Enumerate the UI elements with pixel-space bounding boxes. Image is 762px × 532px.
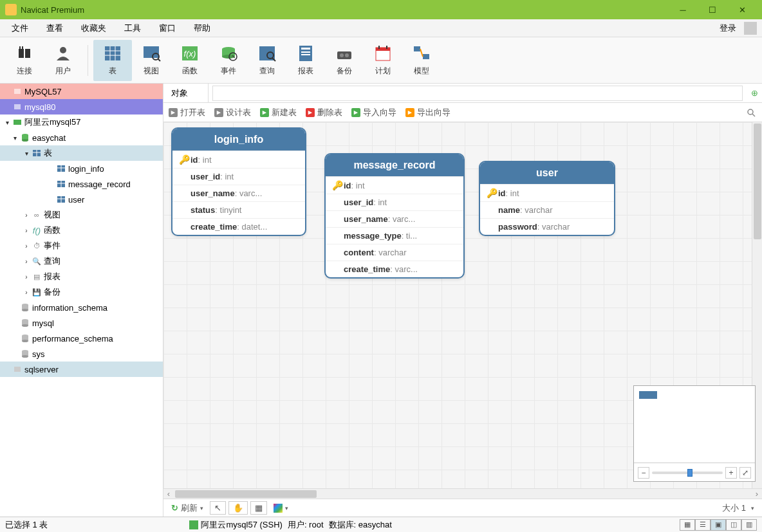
svg-rect-5 bbox=[105, 46, 120, 60]
db-child-事件[interactable]: ›⏱事件 bbox=[0, 238, 163, 253]
maximize-button[interactable]: ☐ bbox=[698, 0, 727, 19]
refresh-button[interactable]: ↻刷新▾ bbox=[167, 501, 207, 515]
cursor-tool-icon[interactable]: ↖ bbox=[210, 501, 226, 515]
svg-point-43 bbox=[22, 139, 28, 142]
view-detail-icon[interactable]: ◫ bbox=[726, 519, 741, 531]
fit-tool-icon[interactable]: ▦ bbox=[250, 501, 267, 515]
table-user[interactable]: user bbox=[0, 192, 163, 207]
menu-文件[interactable]: 文件 bbox=[3, 20, 37, 37]
search-icon[interactable] bbox=[745, 107, 757, 118]
zoom-slider[interactable] bbox=[687, 469, 692, 477]
erd-column: create_time: datet... bbox=[172, 218, 305, 235]
object-tab[interactable]: 对象 bbox=[163, 84, 209, 102]
erd-table-login_info[interactable]: login_info🔑id: intuser_id: intuser_name:… bbox=[171, 127, 306, 236]
svg-rect-40 bbox=[14, 120, 21, 125]
function-icon: f(x) bbox=[180, 44, 200, 63]
toolbar-plug[interactable]: 连接 bbox=[5, 40, 44, 81]
view-erd-icon[interactable]: ▣ bbox=[711, 519, 726, 531]
model-icon bbox=[412, 44, 431, 63]
action-导出向导[interactable]: ▸导出向导 bbox=[405, 107, 451, 118]
action-导入向导[interactable]: ▸导入向导 bbox=[351, 107, 396, 118]
toolbar-model[interactable]: 模型 bbox=[402, 40, 441, 81]
zoom-out-icon[interactable]: − bbox=[638, 467, 649, 479]
action-设计表[interactable]: ▸设计表 bbox=[214, 107, 251, 118]
toolbar-report[interactable]: 报表 bbox=[286, 40, 325, 81]
db-mysql[interactable]: mysql bbox=[0, 315, 163, 331]
action-打开表[interactable]: ▸打开表 bbox=[169, 107, 205, 118]
db-easychat[interactable]: ▾easychat bbox=[0, 130, 163, 145]
db-child-函数[interactable]: ›f()函数 bbox=[0, 223, 163, 238]
erd-column: user_id: int bbox=[326, 194, 463, 210]
table-login_info[interactable]: login_info bbox=[0, 161, 163, 176]
toolbar-function[interactable]: f(x)函数 bbox=[171, 40, 209, 81]
size-label: 大小 1▾ bbox=[718, 501, 758, 515]
event-icon bbox=[219, 44, 238, 63]
conn-MySQL57[interactable]: MySQL57 bbox=[0, 84, 163, 99]
conn-阿里云mysql57[interactable]: ▾阿里云mysql57 bbox=[0, 115, 163, 130]
plug-icon bbox=[15, 44, 34, 63]
erd-column: create_time: varc... bbox=[326, 261, 463, 277]
key-icon: 🔑 bbox=[179, 154, 190, 165]
action-删除表[interactable]: ▸删除表 bbox=[306, 107, 342, 118]
db-child-视图[interactable]: ›∞视图 bbox=[0, 207, 163, 223]
action-新建表[interactable]: ▸新建表 bbox=[260, 107, 297, 118]
toolbar-user[interactable]: 用户 bbox=[44, 40, 82, 81]
db-child-备份[interactable]: ›💾备份 bbox=[0, 284, 163, 300]
view-grid-icon[interactable]: ▦ bbox=[680, 519, 695, 531]
conn-mysql80[interactable]: mysql80 bbox=[0, 99, 163, 115]
view-list-icon[interactable]: ☰ bbox=[695, 519, 711, 531]
erd-table-message_record[interactable]: message_record🔑id: intuser_id: intuser_n… bbox=[324, 153, 465, 279]
erd-table-user[interactable]: user🔑id: intname: varcharpassword: varch… bbox=[479, 161, 615, 236]
menu-帮助[interactable]: 帮助 bbox=[185, 20, 219, 37]
toolbar-schedule[interactable]: 计划 bbox=[364, 40, 402, 81]
svg-rect-35 bbox=[414, 46, 420, 51]
svg-rect-1 bbox=[25, 49, 30, 58]
user-icon bbox=[53, 44, 73, 63]
svg-rect-39 bbox=[14, 104, 21, 109]
vertical-scrollbar[interactable] bbox=[754, 124, 761, 239]
menu-窗口[interactable]: 窗口 bbox=[150, 20, 185, 37]
sidebar: MySQL57mysql80▾阿里云mysql57▾easychat▾表logi… bbox=[0, 84, 163, 517]
hand-tool-icon[interactable]: ✋ bbox=[228, 501, 248, 515]
menu-工具[interactable]: 工具 bbox=[115, 20, 150, 37]
erd-table-header: message_record bbox=[326, 154, 463, 176]
horizontal-scrollbar[interactable]: ‹› bbox=[163, 488, 762, 499]
object-filter-input[interactable] bbox=[212, 86, 743, 101]
main-toolbar: 连接用户表视图f(x)函数事件查询报表备份计划模型 bbox=[0, 37, 762, 84]
login-link[interactable]: 登录 bbox=[714, 20, 741, 37]
erd-column: user_name: varc... bbox=[326, 210, 463, 227]
db-performance_schema[interactable]: performance_schema bbox=[0, 331, 163, 346]
toolbar-query[interactable]: 查询 bbox=[248, 40, 286, 81]
minimap[interactable]: − + ⤢ bbox=[633, 385, 756, 482]
toolbar-view[interactable]: 视图 bbox=[132, 40, 171, 81]
table-message_record[interactable]: message_record bbox=[0, 176, 163, 192]
zoom-in-icon[interactable]: + bbox=[725, 467, 737, 479]
zoom-fit-icon[interactable]: ⤢ bbox=[739, 467, 751, 479]
key-icon: 🔑 bbox=[487, 188, 498, 198]
toolbar-backup[interactable]: 备份 bbox=[325, 40, 364, 81]
status-conn-icon bbox=[189, 520, 198, 529]
menu-查看[interactable]: 查看 bbox=[37, 20, 72, 37]
menu-收藏夹[interactable]: 收藏夹 bbox=[72, 20, 115, 37]
svg-line-70 bbox=[752, 114, 755, 116]
minimize-button[interactable]: ─ bbox=[668, 0, 698, 19]
conn-sqlserver[interactable]: sqlserver bbox=[0, 362, 163, 377]
user-avatar-icon[interactable] bbox=[744, 22, 757, 35]
menu-bar: 文件查看收藏夹工具窗口帮助 登录 bbox=[0, 19, 762, 37]
view-extra-icon[interactable]: ▥ bbox=[741, 519, 757, 531]
db-sys[interactable]: sys bbox=[0, 346, 163, 362]
db-information_schema[interactable]: information_schema bbox=[0, 300, 163, 315]
status-conn: 阿里云mysql57 (SSH) bbox=[201, 519, 282, 531]
toolbar-table[interactable]: 表 bbox=[93, 40, 132, 81]
db-child-报表[interactable]: ›▤报表 bbox=[0, 269, 163, 284]
erd-column: user_id: int bbox=[172, 168, 305, 185]
close-button[interactable]: ✕ bbox=[727, 0, 757, 19]
erd-table-header: login_info bbox=[172, 129, 305, 151]
color-tool-icon[interactable]: ▾ bbox=[270, 502, 292, 514]
erd-table-header: user bbox=[480, 162, 614, 184]
erd-canvas[interactable]: login_info🔑id: intuser_id: intuser_name:… bbox=[163, 122, 762, 488]
add-object-icon[interactable]: ⊕ bbox=[747, 86, 762, 101]
db-child-表[interactable]: ▾表 bbox=[0, 145, 163, 161]
toolbar-event[interactable]: 事件 bbox=[209, 40, 248, 81]
db-child-查询[interactable]: ›🔍查询 bbox=[0, 253, 163, 269]
